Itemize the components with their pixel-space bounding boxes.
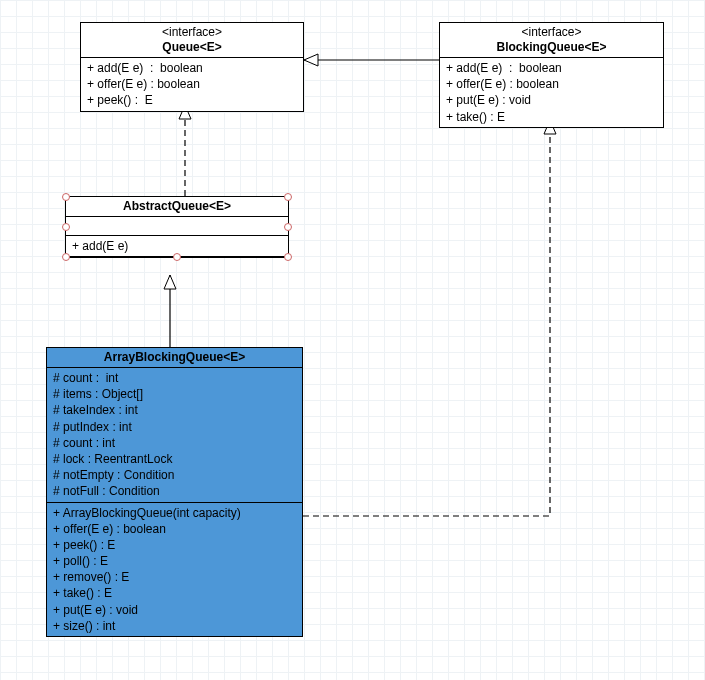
method-label: + offer(E e) : boolean xyxy=(53,521,296,537)
method-label: + ArrayBlockingQueue(int capacity) xyxy=(53,505,296,521)
attribute-label: # takeIndex : int xyxy=(53,402,296,418)
method-label: + take() : E xyxy=(446,109,657,125)
attribute-label: # items : Object[] xyxy=(53,386,296,402)
class-abstractqueue[interactable]: AbstractQueue<E> + add(E e) xyxy=(65,196,289,258)
attribute-label: # count : int xyxy=(53,435,296,451)
class-abstractqueue-attrs xyxy=(66,217,288,236)
method-label: + offer(E e) : boolean xyxy=(87,76,297,92)
class-arrayblockingqueue-title: ArrayBlockingQueue<E> xyxy=(47,348,302,368)
attribute-label: # putIndex : int xyxy=(53,419,296,435)
resize-handle-icon[interactable] xyxy=(284,253,292,261)
class-arrayblockingqueue[interactable]: ArrayBlockingQueue<E> # count : int # it… xyxy=(46,347,303,637)
method-label: + add(E e) : boolean xyxy=(446,60,657,76)
edge-arrayblockingqueue-implements-blockingqueue xyxy=(303,120,550,516)
class-abstractqueue-title: AbstractQueue<E> xyxy=(66,197,288,217)
method-label: + add(E e) xyxy=(72,238,282,254)
class-queue-ops: + add(E e) : boolean + offer(E e) : bool… xyxy=(81,58,303,111)
attribute-label: # count : int xyxy=(53,370,296,386)
resize-handle-icon[interactable] xyxy=(173,253,181,261)
resize-handle-icon[interactable] xyxy=(62,223,70,231)
method-label: + peek() : E xyxy=(87,92,297,108)
class-blockingqueue[interactable]: <interface> BlockingQueue<E> + add(E e) … xyxy=(439,22,664,128)
stereotype-label: <interface> xyxy=(444,25,659,40)
class-queue-title: <interface> Queue<E> xyxy=(81,23,303,58)
method-label: + peek() : E xyxy=(53,537,296,553)
class-blockingqueue-ops: + add(E e) : boolean + offer(E e) : bool… xyxy=(440,58,663,127)
resize-handle-icon[interactable] xyxy=(62,193,70,201)
attribute-label: # notFull : Condition xyxy=(53,483,296,499)
stereotype-label: <interface> xyxy=(85,25,299,40)
method-label: + put(E e) : void xyxy=(446,92,657,108)
class-arrayblockingqueue-attrs: # count : int # items : Object[] # takeI… xyxy=(47,368,302,503)
class-name-label: Queue<E> xyxy=(85,40,299,55)
resize-handle-icon[interactable] xyxy=(284,193,292,201)
method-label: + add(E e) : boolean xyxy=(87,60,297,76)
attribute-label: # notEmpty : Condition xyxy=(53,467,296,483)
class-name-label: ArrayBlockingQueue<E> xyxy=(51,350,298,365)
attribute-label: # lock : ReentrantLock xyxy=(53,451,296,467)
method-label: + offer(E e) : boolean xyxy=(446,76,657,92)
class-arrayblockingqueue-ops: + ArrayBlockingQueue(int capacity) + off… xyxy=(47,503,302,637)
method-label: + size() : int xyxy=(53,618,296,634)
resize-handle-icon[interactable] xyxy=(62,253,70,261)
class-queue[interactable]: <interface> Queue<E> + add(E e) : boolea… xyxy=(80,22,304,112)
method-label: + poll() : E xyxy=(53,553,296,569)
class-blockingqueue-title: <interface> BlockingQueue<E> xyxy=(440,23,663,58)
method-label: + remove() : E xyxy=(53,569,296,585)
class-name-label: BlockingQueue<E> xyxy=(444,40,659,55)
method-label: + put(E e) : void xyxy=(53,602,296,618)
method-label: + take() : E xyxy=(53,585,296,601)
class-name-label: AbstractQueue<E> xyxy=(70,199,284,214)
resize-handle-icon[interactable] xyxy=(284,223,292,231)
